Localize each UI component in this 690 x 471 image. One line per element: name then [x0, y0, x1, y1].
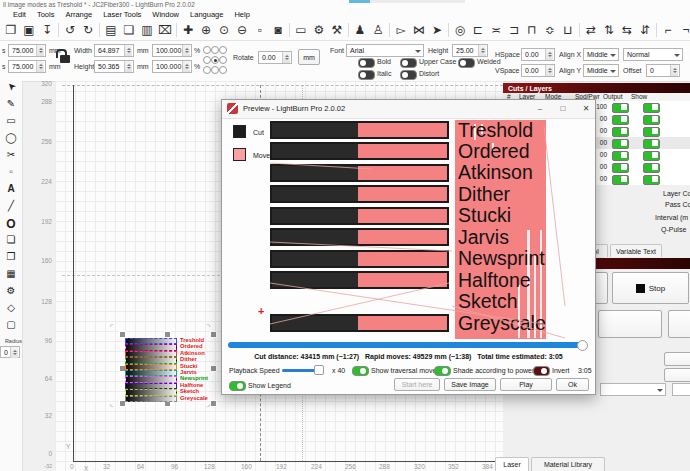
- align-middle-icon[interactable]: ≎: [541, 23, 559, 37]
- align-top-icon[interactable]: ⊓: [523, 23, 541, 37]
- selection-handle[interactable]: [210, 400, 217, 407]
- ypos-field[interactable]: 75.000: [8, 60, 46, 73]
- preview-titlebar[interactable]: Preview - LightBurn Pro 2.0.02 – □ ✕: [222, 100, 595, 119]
- monitor-icon[interactable]: ▭: [292, 23, 310, 37]
- pan-icon[interactable]: ✚: [179, 23, 197, 37]
- font-height-field[interactable]: 25.00: [452, 44, 488, 57]
- output-toggle[interactable]: [612, 127, 629, 137]
- device-extra-field[interactable]: [672, 383, 690, 396]
- zoom-in-icon[interactable]: ⊕: [197, 23, 215, 37]
- move-h-icon[interactable]: ⇆: [618, 23, 636, 37]
- spinner[interactable]: [36, 45, 44, 56]
- font-select[interactable]: Arial: [346, 44, 424, 57]
- mirror-icon[interactable]: ⋈: [410, 23, 428, 37]
- alignx-select[interactable]: Middle: [583, 48, 619, 61]
- distort-toggle[interactable]: [400, 70, 417, 80]
- cuts-layers-header[interactable]: Cuts / Layers: [503, 83, 690, 93]
- device-select[interactable]: [600, 383, 666, 396]
- save-image-button[interactable]: Save Image: [444, 378, 496, 391]
- menu-window[interactable]: Window: [152, 10, 179, 19]
- output-toggle[interactable]: [612, 151, 629, 161]
- polygon-tool[interactable]: ◇: [0, 302, 22, 319]
- welded-toggle[interactable]: [458, 58, 475, 68]
- playback-progress[interactable]: [228, 342, 584, 348]
- redo-icon[interactable]: ↻: [79, 23, 97, 37]
- clipboard-icon[interactable]: ▤: [102, 23, 120, 37]
- show-toggle[interactable]: [643, 151, 660, 161]
- rotate-field[interactable]: 0.00: [258, 51, 292, 64]
- settings-icon[interactable]: ⚙: [310, 23, 328, 37]
- show-toggle[interactable]: [643, 127, 660, 137]
- select-tool[interactable]: ➤: [0, 81, 22, 98]
- spinner[interactable]: [124, 61, 132, 72]
- anchor-dot[interactable]: [203, 46, 211, 54]
- text-tool[interactable]: A: [0, 183, 22, 200]
- text-style-select[interactable]: Normal: [623, 48, 683, 61]
- start-icon[interactable]: ▻: [392, 23, 410, 37]
- copy-tool[interactable]: ❏: [0, 234, 22, 251]
- lock-aspect-icon[interactable]: [60, 55, 70, 63]
- hspace-field[interactable]: 0.00: [521, 48, 555, 61]
- save-icon[interactable]: ▣: [20, 23, 38, 37]
- tab-laser[interactable]: Laser: [495, 457, 529, 471]
- rotate-handle-tr[interactable]: ◝: [207, 322, 210, 331]
- show-legend-toggle[interactable]: [229, 381, 246, 391]
- paste-icon[interactable]: ▥: [138, 23, 156, 37]
- spinner[interactable]: [36, 61, 44, 72]
- radius-field[interactable]: 0: [0, 346, 20, 358]
- selection-handle[interactable]: [164, 331, 171, 338]
- output-toggle[interactable]: [612, 103, 629, 113]
- menu-tools[interactable]: Tools: [37, 10, 55, 19]
- frame-button[interactable]: [598, 310, 662, 338]
- distribute-v-icon[interactable]: ⇅: [600, 23, 618, 37]
- menu-edit[interactable]: Edit: [13, 10, 26, 19]
- speed-slider-handle[interactable]: [314, 365, 324, 375]
- progress-handle[interactable]: [577, 340, 588, 351]
- send-icon[interactable]: ➤: [428, 23, 446, 37]
- ellipse-tool[interactable]: ◯: [0, 132, 22, 149]
- machine-settings-icon[interactable]: ⚒: [328, 23, 346, 37]
- grid-array-tool[interactable]: ▦: [0, 268, 22, 285]
- width-field[interactable]: 64.897: [94, 44, 134, 57]
- move-v-icon[interactable]: ⇵: [636, 23, 654, 37]
- show-toggle[interactable]: [643, 139, 660, 149]
- edit-nodes-tool[interactable]: ✂: [0, 149, 22, 166]
- spinner[interactable]: [182, 61, 190, 72]
- anchor-dot-selected[interactable]: [211, 56, 219, 64]
- spinner[interactable]: [670, 65, 678, 76]
- copy-icon[interactable]: ❏: [120, 23, 138, 37]
- spinner[interactable]: [478, 45, 486, 56]
- spinner[interactable]: [182, 45, 190, 56]
- ok-button[interactable]: Ok: [556, 378, 589, 391]
- vspace-field[interactable]: 0.00: [521, 64, 555, 77]
- offset-field[interactable]: 0: [646, 64, 680, 77]
- anchor-dot[interactable]: [211, 66, 219, 74]
- draw-lines-tool[interactable]: ✎: [0, 98, 22, 115]
- anchor-dot[interactable]: [219, 66, 227, 74]
- menu-laser-tools[interactable]: Laser Tools: [103, 10, 141, 19]
- width-percent-field[interactable]: 100.000: [152, 44, 192, 57]
- ungroup-icon[interactable]: ¬: [677, 23, 690, 37]
- minimize-icon[interactable]: –: [533, 104, 547, 113]
- laser-small-button-1[interactable]: [664, 352, 690, 366]
- import-icon[interactable]: ↧: [38, 23, 56, 37]
- align-center-h-icon[interactable]: ≍: [487, 23, 505, 37]
- user-icon[interactable]: ♙: [369, 23, 387, 37]
- rect-tool[interactable]: ▭: [0, 115, 22, 132]
- italic-toggle[interactable]: [358, 70, 375, 80]
- selection-handle[interactable]: [119, 331, 126, 338]
- start-button[interactable]: [668, 310, 690, 338]
- rotate-handle-tl[interactable]: ◜: [110, 322, 113, 331]
- spinner[interactable]: [10, 347, 18, 358]
- height-percent-field[interactable]: 100.000: [152, 60, 192, 73]
- frame-selection-icon[interactable]: ▫: [251, 23, 269, 37]
- spinner[interactable]: [545, 49, 553, 60]
- offset-shapes-tool[interactable]: ▫: [0, 166, 22, 183]
- xpos-field[interactable]: 75.000: [8, 44, 46, 57]
- rounded-rect-tool[interactable]: ▢: [0, 319, 22, 336]
- laser-small-button-2[interactable]: [664, 368, 690, 382]
- paste-tool[interactable]: ❐: [0, 251, 22, 268]
- menu-language[interactable]: Language: [190, 10, 223, 19]
- units-button[interactable]: mm: [298, 49, 320, 65]
- image-strip[interactable]: [125, 396, 177, 402]
